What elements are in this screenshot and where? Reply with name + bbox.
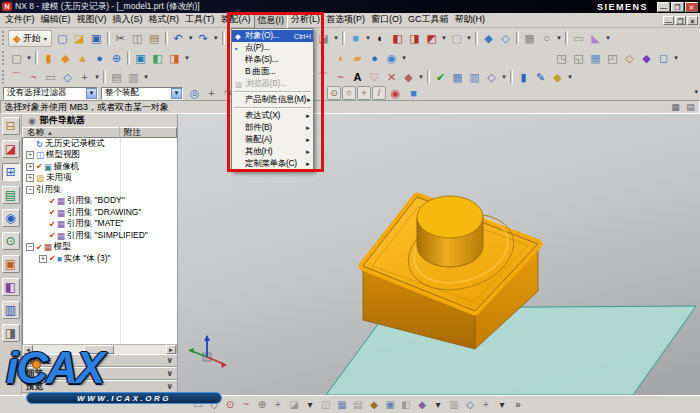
menubar-item[interactable]: 文件(F) <box>2 12 38 29</box>
toolbar-icon[interactable]: ⌒ <box>315 69 332 85</box>
menu-item[interactable]: 装配(A) ► <box>232 134 313 146</box>
menu-item[interactable]: 其他(H) ► <box>232 146 313 158</box>
toolbar-icon[interactable]: ● <box>366 50 383 66</box>
toolbar-icon[interactable]: ◆ <box>366 397 382 412</box>
minimize-button[interactable]: — <box>657 2 670 12</box>
toolbar-icon[interactable]: ✕ <box>383 69 400 85</box>
toolbar-icon[interactable]: ◎ <box>186 85 203 101</box>
toolbar-icon[interactable] <box>103 70 106 84</box>
expander-icon[interactable]: + <box>26 174 34 182</box>
expander-icon[interactable]: + <box>26 163 34 171</box>
part-navigator-tab[interactable]: ⊞ <box>2 163 20 181</box>
toolbar-icon[interactable]: ◇ <box>497 30 514 46</box>
menu-item[interactable] <box>234 91 311 93</box>
toolbar-icon[interactable]: ◫ <box>318 397 334 412</box>
collapsed-section[interactable]: 相依性 ∨ <box>22 354 177 367</box>
history-tab[interactable]: ⊙ <box>2 232 20 250</box>
toolbar-icon[interactable]: ◇ <box>462 397 478 412</box>
toolbar-icon[interactable]: ▾ <box>302 397 318 412</box>
toolbar-icon[interactable]: ▲ <box>74 50 91 66</box>
toolbar-icon[interactable]: ◇ <box>621 50 638 66</box>
menu-item[interactable]: 样条(S)... <box>232 54 313 66</box>
toolbar-icon[interactable]: ▤ <box>146 30 163 46</box>
menu-item[interactable]: 表达式(X) ► <box>232 110 313 122</box>
toolbar-icon[interactable]: ▢ <box>54 30 71 46</box>
menubar-item[interactable]: GC工具箱 <box>405 12 452 29</box>
snap-point-icon[interactable]: ○ <box>342 86 356 100</box>
toolbar-overflow-icon[interactable]: ▾ <box>694 88 698 96</box>
toolbar-icon[interactable] <box>342 31 345 45</box>
toolbar-icon[interactable]: ▥ <box>125 69 142 85</box>
toolbar-icon[interactable]: ◆ <box>414 397 430 412</box>
toolbar-icon[interactable]: ◳ <box>553 50 570 66</box>
expander-icon[interactable]: + <box>39 255 47 263</box>
tree-row[interactable]: + ◫ 模型视图 <box>23 150 177 162</box>
tree-row[interactable]: + ▨ 未用项 <box>23 173 177 185</box>
toolbar-icon[interactable]: + <box>203 85 220 101</box>
menu-item[interactable] <box>234 107 311 109</box>
checkmark-icon[interactable]: ✔ <box>49 254 56 263</box>
toolbar-icon[interactable]: ▾ <box>183 50 191 66</box>
menubar-item[interactable]: 分析(L) <box>288 12 323 29</box>
column-note[interactable]: 附注 <box>120 127 141 139</box>
toolbar-icon[interactable]: ~ <box>25 69 42 85</box>
toolbar-icon[interactable]: ▾ <box>212 30 220 46</box>
toolbar-icon[interactable] <box>516 31 519 45</box>
toolbar-icon[interactable]: ▾ <box>364 30 372 46</box>
checkmark-icon[interactable]: ✔ <box>49 231 56 240</box>
tree-row[interactable]: ↻ 无历史记录模式 <box>23 138 177 150</box>
toolbar-icon[interactable]: ▾ <box>465 30 473 46</box>
toolbar-icon[interactable]: ◐ <box>372 30 389 46</box>
restore-button[interactable]: ❐ <box>671 2 684 12</box>
toolbar-icon[interactable]: ▾ <box>555 30 563 46</box>
toolbar-icon[interactable]: ◆ <box>57 50 74 66</box>
toolbar-icon[interactable]: ▾ <box>142 69 150 85</box>
horizontal-scrollbar[interactable]: ◄ ► <box>22 344 177 354</box>
toolbar-icon[interactable]: ○ <box>538 30 555 46</box>
toolbar-icon[interactable]: ▭ <box>570 30 587 46</box>
toolbar-icon[interactable]: ▾ <box>187 30 195 46</box>
toolbar-icon[interactable]: ◪ <box>315 30 332 46</box>
toolbar-icon[interactable]: ◨ <box>406 30 423 46</box>
toolbar-icon[interactable]: ◪ <box>286 397 302 412</box>
toolbar-icon[interactable] <box>222 31 225 45</box>
menubar-item[interactable]: 首选项(P) <box>323 12 368 29</box>
scroll-thumb[interactable] <box>84 345 114 354</box>
toolbar-icon[interactable]: ▦ <box>521 30 538 46</box>
toolbar-icon[interactable]: ◉ <box>383 50 400 66</box>
constraint-navigator-tab[interactable]: ◪ <box>2 140 20 158</box>
snap-point-icon[interactable]: ■ <box>405 85 422 101</box>
checkmark-icon[interactable]: ✔ <box>49 220 56 229</box>
toolbar-icon[interactable]: ◪ <box>71 30 88 46</box>
toolbar-icon[interactable]: + <box>270 397 286 412</box>
toolbar-icon[interactable]: A <box>349 69 366 85</box>
toolbar-icon[interactable]: ▾ <box>332 30 340 46</box>
toolbar-icon[interactable]: ◧ <box>389 30 406 46</box>
toolbar-icon[interactable]: ▤ <box>350 397 366 412</box>
toolbar-icon[interactable]: ▾ <box>25 50 33 66</box>
toolbar-icon[interactable]: ▭ <box>190 397 206 412</box>
toolbar-icon[interactable]: ▾ <box>400 50 408 66</box>
toolbar-icon[interactable]: ▢ <box>8 50 25 66</box>
toolbar-icon[interactable]: ◨ <box>166 50 183 66</box>
toolbar-icon[interactable]: ▢ <box>448 30 465 46</box>
toolbar-icon[interactable]: ⊙ <box>222 397 238 412</box>
toolbar-icon[interactable]: ◆ <box>638 50 655 66</box>
snap-point-icon[interactable]: ⊙ <box>327 86 341 100</box>
toolbar-icon[interactable]: ⊕ <box>108 50 125 66</box>
toolbar-icon[interactable]: ↶ <box>170 30 187 46</box>
toolbar-icon[interactable]: ▾ <box>566 69 574 85</box>
menu-item[interactable]: ▨ 浏览器(B)... <box>232 78 313 90</box>
toolbar-icon[interactable]: ↷ <box>195 30 212 46</box>
toolbar-icon[interactable]: ▥ <box>446 397 462 412</box>
toolbar-icon[interactable] <box>35 51 38 65</box>
toolbar-grip[interactable] <box>2 70 5 84</box>
toolbar-icon[interactable]: ◗ <box>315 50 332 66</box>
toolbar-icon[interactable] <box>107 31 110 45</box>
menu-item[interactable]: ▪ 点(P)... <box>232 42 313 54</box>
toolbar-icon[interactable] <box>475 31 478 45</box>
toolbar-icon[interactable]: ◫ <box>129 30 146 46</box>
reuse-library-tab[interactable]: ▤ <box>2 186 20 204</box>
expander-icon[interactable]: − <box>26 243 34 251</box>
roles-tab[interactable]: ▥ <box>2 301 20 319</box>
